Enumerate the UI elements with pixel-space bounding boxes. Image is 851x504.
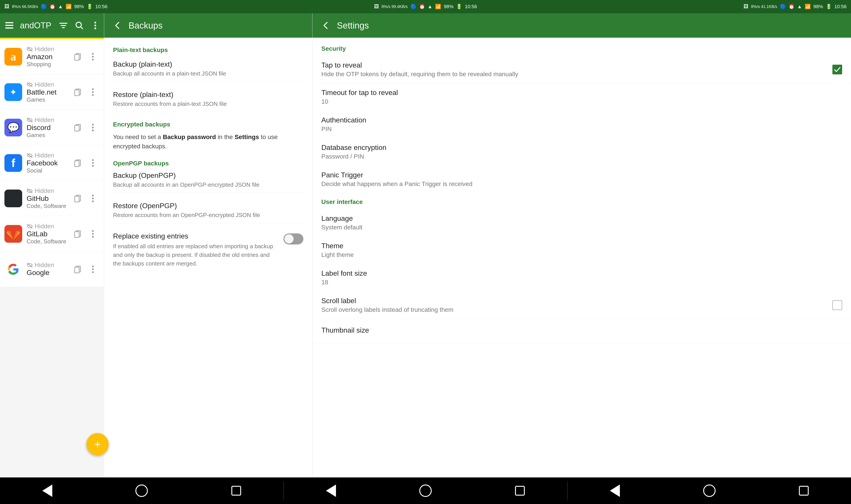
- restore-plaintext-title: Restore (plain-text): [113, 91, 303, 99]
- more-button[interactable]: [86, 227, 100, 240]
- more-button[interactable]: [86, 121, 100, 134]
- label-font-size-value: 18: [322, 279, 842, 286]
- more-button[interactable]: [86, 50, 100, 63]
- signal-icon-right: ▲: [797, 4, 802, 10]
- authentication-item[interactable]: Authentication PIN: [312, 111, 851, 138]
- svg-point-23: [92, 124, 94, 126]
- svg-point-39: [92, 233, 94, 235]
- status-bar: 🖼 8%/s 66.5KB/s 🔵 ⏰ ▲ 📶 98% 🔋 10:56 🖼 8%…: [0, 0, 851, 13]
- more-options-button[interactable]: [90, 20, 101, 31]
- battlenet-category: Games: [27, 96, 67, 103]
- nav-back-right[interactable]: [606, 482, 624, 500]
- authentication-value: PIN: [322, 126, 842, 133]
- nav-recents-center[interactable]: [511, 482, 529, 500]
- discord-category: Games: [27, 132, 67, 139]
- database-encryption-item[interactable]: Database encryption Password / PIN: [312, 138, 851, 166]
- ui-section-header: User interface: [312, 193, 851, 209]
- copy-button[interactable]: [71, 86, 84, 99]
- replace-toggle[interactable]: [283, 233, 303, 245]
- google-actions: [71, 263, 100, 276]
- more-button[interactable]: [86, 263, 100, 276]
- nav-home-center[interactable]: [417, 482, 434, 500]
- nav-recents-left[interactable]: [227, 482, 245, 500]
- nav-recents-right[interactable]: [795, 482, 813, 500]
- status-bar-right: 🖼 8%/s 41.1KB/s 🔵 ⏰ ▲ 📶 98% 🔋 10:56: [744, 4, 847, 10]
- timeout-item[interactable]: Timeout for tap to reveal 10: [312, 83, 851, 111]
- more-button[interactable]: [86, 156, 100, 169]
- theme-item[interactable]: Theme Light theme: [312, 236, 851, 264]
- language-item[interactable]: Language System default: [312, 209, 851, 236]
- time-left: 10:56: [95, 4, 107, 10]
- scroll-label-item[interactable]: Scroll label Scroll overlong labels inst…: [312, 291, 851, 319]
- scroll-label-title: Scroll label: [322, 297, 832, 305]
- database-encryption-title: Database encryption: [322, 144, 842, 152]
- label-font-size-text: Label font size 18: [322, 269, 842, 286]
- backup-plaintext-desc: Backup all accounts in a plain-text JSON…: [113, 70, 303, 77]
- svg-point-44: [92, 268, 94, 270]
- tap-to-reveal-value: Hide the OTP tokens by default, requirin…: [322, 71, 832, 78]
- settings-back-button[interactable]: [319, 21, 332, 30]
- list-item[interactable]: a Hidden Amazon Shopping: [0, 39, 104, 74]
- copy-button[interactable]: [71, 263, 84, 276]
- accounts-list[interactable]: a Hidden Amazon Shopping: [0, 39, 104, 287]
- list-item[interactable]: Hidden Google: [0, 252, 104, 287]
- svg-rect-12: [75, 54, 79, 60]
- scroll-label-checkbox[interactable]: [832, 300, 842, 310]
- add-account-fab[interactable]: +: [86, 433, 109, 455]
- restore-openpgp-item[interactable]: Restore (OpenPGP) Restore accounts from …: [113, 202, 303, 223]
- thumbnail-size-item[interactable]: Thumbnail size: [312, 319, 851, 343]
- hidden-label: Hidden: [27, 262, 67, 269]
- replace-entries-item: Replace existing entries If enabled all …: [113, 232, 303, 268]
- hidden-label: Hidden: [27, 223, 67, 230]
- tap-to-reveal-checkbox[interactable]: [832, 65, 842, 74]
- svg-rect-2: [5, 28, 13, 29]
- panic-trigger-item[interactable]: Panic Trigger Decide what happens when a…: [312, 166, 851, 193]
- tap-to-reveal-item[interactable]: Tap to reveal Hide the OTP tokens by def…: [312, 56, 851, 83]
- theme-value: Light theme: [322, 251, 842, 258]
- list-item[interactable]: f Hidden Facebook Social: [0, 145, 104, 181]
- list-item[interactable]: ✦ Hidden Battle.net Games: [0, 74, 104, 110]
- timeout-title: Timeout for tap to reveal: [322, 89, 842, 97]
- copy-button[interactable]: [71, 50, 84, 63]
- label-font-size-item[interactable]: Label font size 18: [312, 264, 851, 291]
- more-button[interactable]: [86, 192, 100, 205]
- restore-plaintext-item[interactable]: Restore (plain-text) Restore accounts fr…: [113, 91, 303, 112]
- gitlab-actions: [71, 227, 100, 240]
- battlenet-name: Battle.net: [27, 88, 67, 96]
- nav-home-right[interactable]: [700, 482, 718, 500]
- list-item[interactable]: Hidden GitHub Code, Software: [0, 181, 104, 216]
- search-button[interactable]: [74, 20, 85, 31]
- copy-button[interactable]: [71, 121, 84, 134]
- hamburger-menu-button[interactable]: [5, 20, 13, 31]
- discord-info: Hidden Discord Games: [27, 116, 67, 139]
- hidden-label: Hidden: [27, 81, 67, 88]
- timeout-value: 10: [322, 98, 842, 105]
- nav-back-left[interactable]: [38, 482, 56, 500]
- settings-panel: Settings Security Tap to reveal Hide the…: [312, 13, 851, 478]
- restore-openpgp-desc: Restore accounts from an OpenPGP-encrypt…: [113, 212, 303, 219]
- nav-back-center[interactable]: [322, 482, 340, 500]
- svg-point-28: [92, 159, 94, 161]
- copy-button[interactable]: [71, 227, 84, 240]
- nav-home-left[interactable]: [133, 482, 151, 500]
- back-button[interactable]: [111, 21, 124, 30]
- svg-point-8: [94, 22, 96, 23]
- authentication-text: Authentication PIN: [322, 116, 842, 133]
- copy-button[interactable]: [71, 192, 84, 205]
- list-item[interactable]: 💬 Hidden Discord Games: [0, 110, 104, 145]
- discord-actions: [71, 121, 100, 134]
- github-info: Hidden GitHub Code, Software: [27, 187, 67, 210]
- backup-plaintext-item[interactable]: Backup (plain-text) Backup all accounts …: [113, 60, 303, 82]
- google-logo: [4, 260, 22, 278]
- copy-button[interactable]: [71, 156, 84, 169]
- svg-point-40: [92, 236, 94, 238]
- more-button[interactable]: [86, 86, 100, 99]
- network-speed-right: 8%/s 41.1KB/s: [751, 4, 777, 9]
- list-item[interactable]: Hidden GitLab Code, Software: [0, 216, 104, 252]
- header-icons: [58, 20, 101, 31]
- otp-list-header: andOTP: [0, 13, 104, 38]
- svg-point-43: [92, 266, 94, 267]
- svg-rect-42: [75, 267, 79, 273]
- backup-openpgp-item[interactable]: Backup (OpenPGP) Backup all accounts in …: [113, 172, 303, 193]
- filter-button[interactable]: [58, 20, 69, 31]
